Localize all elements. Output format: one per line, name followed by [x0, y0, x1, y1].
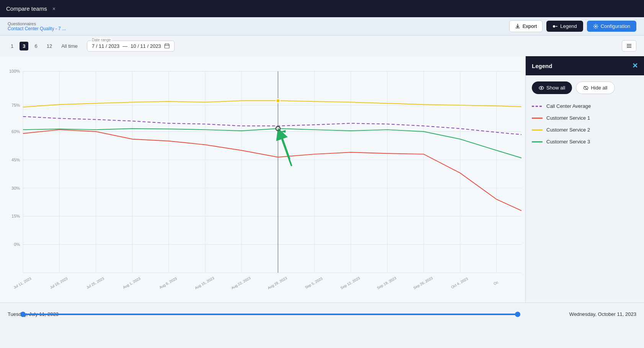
- slider-thumb-left[interactable]: [20, 312, 26, 317]
- svg-point-2: [595, 26, 597, 27]
- breadcrumb-label: Questionnaires: [8, 21, 66, 26]
- list-view-button[interactable]: [622, 40, 636, 52]
- legend-actions: Show all Hide all: [526, 75, 644, 100]
- export-button[interactable]: Export: [509, 20, 543, 32]
- svg-rect-10: [0, 60, 525, 302]
- eye-off-icon: [583, 85, 588, 91]
- svg-text:15%: 15%: [11, 214, 20, 219]
- svg-rect-3: [165, 44, 169, 48]
- period-selector: 1 3 6 12 All time: [8, 42, 81, 50]
- end-date-label: Wednesday, October 11, 2023: [569, 311, 636, 317]
- date-to: 10 / 11 / 2023: [131, 43, 161, 49]
- svg-text:45%: 45%: [11, 158, 20, 162]
- legend-item-cs2[interactable]: Customer Service 2: [532, 127, 638, 133]
- period-6-button[interactable]: 6: [31, 42, 40, 50]
- legend-label-call-center: Call Center Average: [546, 103, 591, 109]
- legend-line-cs2: [532, 128, 543, 132]
- legend-title: Legend: [532, 63, 552, 69]
- show-all-button[interactable]: Show all: [532, 81, 572, 94]
- svg-point-0: [553, 25, 555, 28]
- config-icon: [593, 24, 598, 29]
- period-alltime-button[interactable]: All time: [58, 42, 81, 50]
- svg-point-56: [276, 127, 280, 130]
- legend-label-cs3: Customer Service 3: [546, 139, 590, 145]
- eye-icon: [539, 85, 544, 91]
- list-icon: [626, 43, 632, 49]
- configuration-button[interactable]: Configuration: [587, 21, 636, 32]
- date-range-picker[interactable]: Date range 7 / 11 / 2023 — 10 / 11 / 202…: [87, 41, 175, 52]
- svg-text:30%: 30%: [11, 186, 20, 190]
- date-range-label: Date range: [91, 38, 111, 42]
- legend-item-call-center[interactable]: Call Center Average: [532, 103, 638, 109]
- chart-svg: 100% 75% 60% 45% 30% 15% 0% Jul 11, 2023: [0, 60, 525, 302]
- legend-close-button[interactable]: ✕: [632, 62, 638, 70]
- breadcrumb-link[interactable]: Contact Center Quality - 7 ...: [8, 26, 66, 31]
- legend-label-cs2: Customer Service 2: [546, 127, 590, 133]
- svg-point-62: [541, 87, 542, 89]
- slider-thumb-right[interactable]: [515, 312, 520, 317]
- chart-area: 100% 75% 60% 45% 30% 15% 0% Jul 11, 2023: [0, 56, 525, 302]
- date-from: 7 / 11 / 2023: [92, 43, 119, 49]
- legend-line-cs1: [532, 116, 543, 120]
- svg-text:0%: 0%: [14, 242, 20, 247]
- close-tab-button[interactable]: ×: [52, 6, 56, 12]
- legend-line-call-center: [532, 104, 543, 108]
- legend-label-cs1: Customer Service 1: [546, 115, 590, 121]
- legend-item-cs3[interactable]: Customer Service 3: [532, 139, 638, 145]
- footer-bar: Tuesday, July 11, 2023 Wednesday, Octobe…: [0, 302, 644, 325]
- legend-icon: [552, 24, 558, 29]
- calendar-icon: [164, 43, 170, 49]
- legend-items: Call Center Average Customer Service 1 C…: [526, 100, 644, 148]
- svg-text:60%: 60%: [11, 129, 20, 134]
- period-3-button[interactable]: 3: [20, 42, 28, 50]
- legend-line-cs3: [532, 140, 543, 144]
- svg-point-55: [276, 99, 280, 102]
- main-area: 100% 75% 60% 45% 30% 15% 0% Jul 11, 2023: [0, 56, 644, 302]
- breadcrumb: Questionnaires Contact Center Quality - …: [8, 21, 66, 31]
- legend-button[interactable]: Legend: [546, 21, 583, 32]
- slider-track: [23, 314, 518, 315]
- breadcrumb-bar: Questionnaires Contact Center Quality - …: [0, 17, 644, 36]
- hide-all-button[interactable]: Hide all: [576, 81, 615, 94]
- legend-item-cs1[interactable]: Customer Service 1: [532, 115, 638, 121]
- legend-header: Legend ✕: [526, 56, 644, 75]
- export-icon: [515, 24, 520, 29]
- action-buttons: Export Legend Configuration: [509, 20, 636, 32]
- top-bar: Compare teams ×: [0, 0, 644, 17]
- app-title: Compare teams: [6, 5, 47, 12]
- period-12-button[interactable]: 12: [44, 42, 55, 50]
- controls-row: 1 3 6 12 All time Date range 7 / 11 / 20…: [0, 36, 644, 56]
- slider-fill: [23, 314, 518, 315]
- period-1-button[interactable]: 1: [8, 42, 16, 50]
- svg-text:75%: 75%: [11, 103, 20, 107]
- svg-text:100%: 100%: [9, 69, 20, 74]
- legend-panel: Legend ✕ Show all Hide all: [525, 56, 644, 302]
